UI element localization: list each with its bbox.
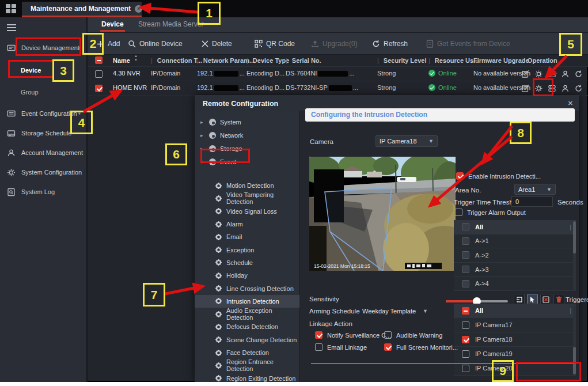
- delete-button[interactable]: Delete: [202, 38, 232, 50]
- checkbox-icon[interactable]: [455, 209, 462, 216]
- online-device-button[interactable]: Online Device: [128, 38, 183, 50]
- area-no-select[interactable]: Area1▼: [514, 184, 556, 195]
- sidebar-item-group[interactable]: Group: [0, 85, 86, 100]
- scrollbar[interactable]: [573, 305, 576, 374]
- alarm-output-row[interactable]: A->3 |: [454, 263, 576, 277]
- checkbox-icon[interactable]: [462, 280, 469, 287]
- sidebar-item-storage-schedule[interactable]: Storage Schedule: [0, 126, 86, 141]
- edit-icon[interactable]: [521, 70, 530, 78]
- column-header-serial[interactable]: Serial No.: [286, 57, 321, 64]
- column-header-security[interactable]: Security Level: [377, 57, 426, 64]
- sidebar-item-device-management[interactable]: Device Management ▾: [0, 40, 86, 55]
- camera-select[interactable]: IP Camera18▼: [375, 135, 438, 147]
- edit-icon[interactable]: [521, 84, 530, 93]
- triggered-camera-row[interactable]: IP Camera18 |: [454, 332, 576, 347]
- get-events-button[interactable]: Get Events from Device: [426, 38, 510, 50]
- person-icon[interactable]: [561, 84, 570, 93]
- checkbox-icon[interactable]: [462, 336, 469, 343]
- checkbox-icon[interactable]: [462, 350, 469, 358]
- device-row-430nvr[interactable]: 4.30 NVR IP/Domain 192.1... Encoding D..…: [88, 67, 588, 81]
- alarm-output-row[interactable]: A->2 |: [454, 248, 576, 263]
- audible-warning-checkbox[interactable]: Audible Warning: [384, 331, 442, 339]
- enable-intrusion-checkbox[interactable]: Enable Intrusion Detecti...: [456, 172, 541, 180]
- video-preview[interactable]: 15-02-2021 Mon 15:18:15: [309, 157, 456, 271]
- row-checkbox[interactable]: [95, 70, 103, 78]
- sidebar-item-system-configuration[interactable]: System Configuration: [0, 165, 86, 180]
- alarm-output-row[interactable]: All |: [454, 220, 576, 234]
- dialog-close-icon[interactable]: ×: [568, 98, 573, 108]
- arming-schedule-select[interactable]: Weekday Template▼: [358, 305, 432, 317]
- checkbox-icon[interactable]: [462, 237, 469, 245]
- sidebar-item-device[interactable]: Device: [0, 63, 86, 78]
- person-icon[interactable]: [561, 70, 570, 78]
- row-checkbox[interactable]: [95, 85, 103, 92]
- tree-item-event-child[interactable]: Motion Detection: [195, 179, 299, 192]
- column-header-resource[interactable]: Resource Us...: [428, 57, 479, 64]
- device-row-homenvr[interactable]: HOME NVR IP/Domain 192.1... Encoding D..…: [88, 81, 588, 96]
- refresh-icon[interactable]: [574, 70, 583, 78]
- checkbox-icon[interactable]: [462, 266, 469, 273]
- triggered-camera-row[interactable]: IP Camera17 |: [454, 318, 576, 332]
- trigger-time-input[interactable]: [511, 196, 553, 207]
- tree-item-event-child[interactable]: Face Detection: [195, 346, 299, 359]
- triggered-camera-row[interactable]: IP Camera19 |: [454, 347, 576, 361]
- app-launcher-icon[interactable]: [6, 4, 17, 14]
- refresh-icon[interactable]: [574, 84, 583, 93]
- remote-configuration-gear-icon[interactable]: [534, 84, 543, 93]
- checkbox-icon[interactable]: [462, 321, 469, 329]
- column-header-name[interactable]: Name: [113, 57, 130, 64]
- tree-item-event-child[interactable]: Scene Change Detection: [195, 334, 299, 346]
- refresh-button[interactable]: Refresh: [372, 38, 408, 50]
- column-header-operation[interactable]: Operation: [521, 57, 557, 64]
- notify-surveillance-checkbox[interactable]: Notify Surveillance C...: [315, 331, 391, 339]
- alarm-output-row[interactable]: A->4 |: [454, 277, 576, 291]
- tree-item-event-child[interactable]: Defocus Detection: [195, 320, 299, 333]
- scrollbar[interactable]: [573, 221, 576, 290]
- tree-item-event[interactable]: ▾Event: [195, 156, 299, 168]
- tree-item-event-child[interactable]: Region Entrance Detection: [195, 359, 299, 372]
- tree-item-network[interactable]: ▸Network: [195, 129, 299, 142]
- tree-item-event-child[interactable]: Email: [195, 230, 299, 243]
- sidebar-item-account-management[interactable]: Account Management: [0, 145, 86, 160]
- sidebar-item-system-log[interactable]: System Log: [0, 184, 86, 199]
- sort-icons[interactable]: ▲▼: [134, 54, 138, 62]
- tab-stream-media-server[interactable]: Stream Media Server: [138, 20, 203, 28]
- checkbox-icon[interactable]: [462, 251, 469, 259]
- remote-configuration-gear-icon[interactable]: [534, 70, 543, 78]
- tree-item-event-child[interactable]: Audio Exception Detection: [195, 308, 299, 320]
- tree-item-system[interactable]: ▸System: [195, 116, 299, 128]
- tree-item-event-child[interactable]: Schedule: [195, 256, 299, 269]
- tree-item-event-child[interactable]: Line Crossing Detection: [195, 282, 299, 294]
- checkbox-icon[interactable]: [315, 331, 323, 339]
- checkbox-icon[interactable]: [462, 223, 469, 230]
- add-button[interactable]: Add: [97, 38, 120, 50]
- upgrade-button[interactable]: Upgrade(0): [311, 38, 358, 50]
- checkbox-icon[interactable]: [462, 365, 469, 372]
- menu-collapse-icon[interactable]: [7, 24, 16, 25]
- column-header-device-type[interactable]: Device Type: [246, 57, 289, 64]
- tab-close-icon[interactable]: ×: [135, 5, 142, 13]
- tree-item-event-child[interactable]: Holiday: [195, 269, 299, 282]
- tree-item-event-child[interactable]: Video Signal Loss: [195, 205, 299, 218]
- triggered-camera-row[interactable]: All |: [454, 304, 576, 318]
- tab-device[interactable]: Device: [101, 20, 124, 28]
- checkbox-icon[interactable]: [462, 307, 469, 315]
- email-linkage-checkbox[interactable]: Email Linkage: [315, 343, 367, 351]
- trigger-alarm-output-checkbox[interactable]: Trigger Alarm Output: [455, 209, 526, 216]
- alarm-output-row[interactable]: A->1 |: [454, 234, 576, 249]
- storage-icon[interactable]: [548, 84, 556, 93]
- checkbox-icon[interactable]: [384, 343, 392, 351]
- tab-maintenance-and-management[interactable]: Maintenance and Management ×: [22, 2, 142, 17]
- tree-item-event-child[interactable]: Video Tampering Detection: [195, 192, 299, 205]
- qr-code-button[interactable]: QR Code: [255, 38, 295, 50]
- tree-item-event-child[interactable]: Exception: [195, 243, 299, 256]
- storage-icon[interactable]: [548, 70, 556, 78]
- tree-item-event-child[interactable]: Alarm: [195, 218, 299, 230]
- column-header-connection[interactable]: Connection T...: [151, 57, 202, 64]
- full-screen-monitoring-checkbox[interactable]: Full Screen Monitori...: [384, 343, 458, 351]
- checkbox-icon[interactable]: [315, 343, 323, 351]
- tree-item-storage[interactable]: ▸Storage: [195, 142, 299, 155]
- checkbox-icon[interactable]: [384, 331, 392, 339]
- select-all-checkbox[interactable]: [95, 56, 103, 64]
- sensitivity-slider[interactable]: [446, 300, 508, 302]
